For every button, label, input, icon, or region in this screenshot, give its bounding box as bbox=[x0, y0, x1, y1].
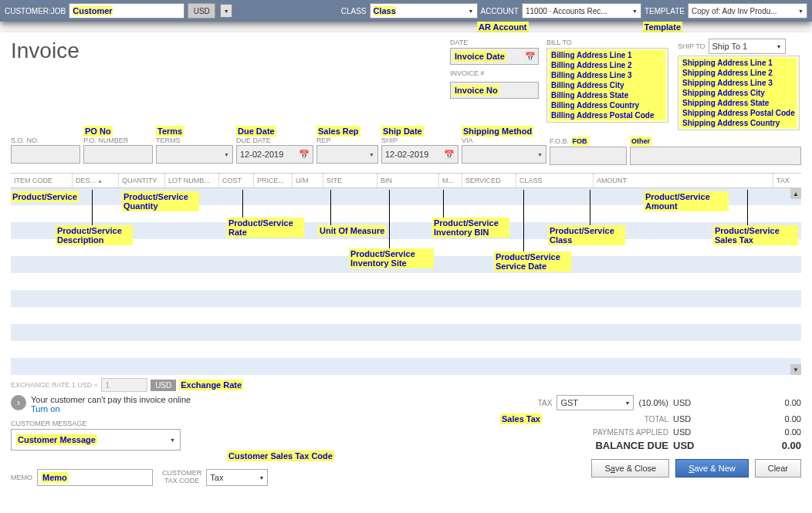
col-amount[interactable]: AMOUNT bbox=[594, 174, 773, 187]
exchange-label: EXCHANGE RATE 1 USD = bbox=[11, 381, 98, 389]
table-header: ITEM CODE DES...▲ QUANTITY LOT NUMB... C… bbox=[11, 173, 801, 188]
exchange-annot: Exchange Rate bbox=[179, 380, 243, 390]
shipto-line: Shipping Address Line 2 bbox=[681, 68, 797, 78]
tax-amt: 0.00 bbox=[709, 398, 801, 407]
col-site[interactable]: SITE bbox=[323, 174, 377, 187]
billto-line: Billing Address State bbox=[550, 90, 665, 100]
ship-label: SHIP bbox=[381, 137, 458, 144]
total-cur: USD bbox=[673, 414, 704, 424]
col-price[interactable]: PRICE... bbox=[254, 174, 293, 187]
po-input[interactable] bbox=[83, 145, 153, 164]
so-input[interactable] bbox=[11, 145, 80, 164]
turn-on-link[interactable]: Turn on bbox=[31, 404, 191, 413]
col-m[interactable]: M... bbox=[439, 174, 462, 187]
col-lot[interactable]: LOT NUMB... bbox=[165, 174, 219, 187]
exchange-input[interactable]: 1 bbox=[101, 378, 147, 392]
table-row[interactable] bbox=[11, 273, 801, 290]
customer-field[interactable]: Customer bbox=[69, 3, 184, 19]
col-cost[interactable]: COST bbox=[219, 174, 254, 187]
scroll-up[interactable]: ▲ bbox=[790, 188, 801, 199]
shipto-select[interactable]: Ship To 1▼ bbox=[709, 39, 786, 54]
class-label: CLASS bbox=[341, 7, 367, 15]
billto-box[interactable]: Billing Address Line 1Billing Address Li… bbox=[546, 48, 668, 123]
annot-rate: Product/Service Rate bbox=[227, 218, 304, 238]
via-annot: Shipping Method bbox=[462, 126, 533, 137]
total-amt: 0.00 bbox=[709, 414, 801, 424]
online-icon: › bbox=[11, 395, 26, 410]
save-new-button[interactable]: Save & New bbox=[675, 459, 749, 478]
shipto-line: Shipping Address Line 1 bbox=[681, 58, 797, 68]
col-bin[interactable]: BIN bbox=[377, 174, 439, 187]
template-label: TEMPLATE bbox=[645, 7, 685, 15]
template-annot: Template bbox=[643, 22, 682, 32]
via-label: VIA bbox=[462, 137, 546, 144]
shipto-line: Shipping Address Line 3 bbox=[681, 78, 797, 88]
col-serviced[interactable]: SERVICED bbox=[462, 174, 516, 187]
pay-cur: USD bbox=[673, 427, 704, 437]
tax-cur: USD bbox=[673, 398, 704, 407]
col-item[interactable]: ITEM CODE bbox=[11, 174, 73, 187]
currency-field[interactable]: USD bbox=[188, 3, 215, 19]
annot-desc: Product/Service Description bbox=[56, 225, 133, 245]
col-desc[interactable]: DES...▲ bbox=[73, 174, 119, 187]
table-row[interactable] bbox=[11, 307, 801, 324]
invoice-date-input[interactable]: Invoice Date 📅 bbox=[450, 48, 539, 65]
account-field[interactable]: 11000 · Accounts Rec... ▼ bbox=[522, 3, 641, 19]
terms-input[interactable]: ▼ bbox=[156, 145, 233, 164]
table-body[interactable]: ▲ ▼ Product/Service Product/Service Quan… bbox=[11, 188, 801, 375]
tax-select[interactable]: GST▼ bbox=[557, 395, 634, 410]
clear-button[interactable]: Clear bbox=[755, 459, 801, 478]
scroll-down[interactable]: ▼ bbox=[790, 364, 801, 375]
annot-amount: Product/Service Amount bbox=[644, 191, 729, 211]
other-input[interactable] bbox=[630, 147, 801, 165]
annot-qty: Product/Service Quantity bbox=[122, 191, 199, 211]
pay-amt: 0.00 bbox=[709, 427, 801, 437]
rep-input[interactable]: ▼ bbox=[316, 145, 378, 164]
po-annot: PO No bbox=[83, 126, 113, 137]
calendar-icon[interactable]: 📅 bbox=[525, 52, 536, 62]
bal-label: BALANCE DUE bbox=[576, 440, 668, 451]
po-label: P.O. NUMBER bbox=[83, 137, 153, 144]
shipto-box[interactable]: Shipping Address Line 1Shipping Address … bbox=[678, 56, 800, 130]
via-input[interactable]: ▼ bbox=[462, 145, 546, 164]
annot-salestax: Product/Service Sales Tax bbox=[713, 225, 798, 245]
memo-input[interactable]: Memo bbox=[37, 469, 153, 486]
shipto-label: SHIP TO bbox=[678, 42, 705, 50]
table-row[interactable] bbox=[11, 290, 801, 307]
invno-label: INVOICE # bbox=[450, 69, 539, 77]
calendar-icon[interactable]: 📅 bbox=[299, 150, 310, 160]
class-field[interactable]: Class ▼ bbox=[370, 3, 478, 19]
currency-dd[interactable]: ▼ bbox=[220, 4, 232, 18]
ctc-annot: Customer Sales Tax Code bbox=[227, 451, 334, 461]
ctc-select[interactable]: Tax▼ bbox=[206, 469, 268, 486]
due-label: DUE DATE bbox=[236, 137, 313, 144]
table-row[interactable] bbox=[11, 341, 801, 358]
terms-annot: Terms bbox=[156, 126, 184, 137]
other-annot: Other bbox=[630, 137, 651, 146]
billto-line: Billing Address City bbox=[550, 80, 665, 90]
ship-input[interactable]: 12-02-2019📅 bbox=[381, 145, 458, 164]
fob-input[interactable] bbox=[550, 147, 627, 165]
col-tax[interactable]: TAX bbox=[773, 174, 801, 187]
col-um[interactable]: U/M bbox=[293, 174, 323, 187]
cust-msg-select[interactable]: Customer Message ▼ bbox=[11, 429, 181, 451]
bal-cur: USD bbox=[673, 440, 704, 451]
customer-label: CUSTOMER:JOB bbox=[5, 7, 66, 15]
template-field[interactable]: Copy of: Adv Inv Produ... ▼ bbox=[688, 3, 807, 19]
table-row[interactable] bbox=[11, 324, 801, 341]
due-input[interactable]: 12-02-2019📅 bbox=[236, 145, 313, 164]
rep-label: REP bbox=[316, 137, 378, 144]
col-class[interactable]: CLASS bbox=[516, 174, 594, 187]
table-row[interactable] bbox=[11, 358, 801, 375]
col-qty[interactable]: QUANTITY bbox=[119, 174, 165, 187]
fob-label: F.O.B. FOB bbox=[550, 137, 627, 146]
due-annot: Due Date bbox=[236, 126, 276, 137]
calendar-icon[interactable]: 📅 bbox=[444, 150, 455, 160]
shipto-line: Shipping Address City bbox=[681, 88, 797, 98]
shipto-line: Shipping Address Postal Code bbox=[681, 108, 797, 118]
save-close-button[interactable]: Save & Close bbox=[591, 459, 669, 478]
invoice-main: Invoice DATE Invoice Date 📅 INVOICE # In… bbox=[0, 32, 812, 492]
invoice-no-input[interactable]: Invoice No bbox=[450, 82, 539, 99]
billto-line: Billing Address Line 3 bbox=[550, 70, 665, 80]
exchange-usd-btn[interactable]: USD bbox=[151, 380, 176, 391]
